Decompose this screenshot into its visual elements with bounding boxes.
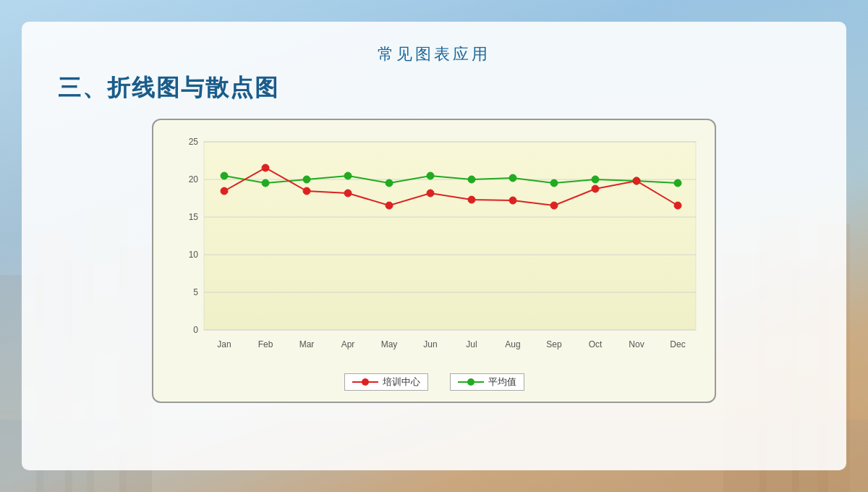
svg-point-36	[221, 172, 228, 179]
svg-point-40	[386, 179, 393, 187]
svg-point-45	[592, 176, 599, 183]
svg-point-59	[674, 202, 681, 209]
svg-point-50	[303, 187, 310, 195]
line-chart: 0 5 10 15 20 25 Jan Feb Mar Apr May Jun …	[168, 135, 703, 366]
svg-text:0: 0	[193, 325, 198, 335]
svg-text:20: 20	[189, 174, 199, 184]
svg-point-41	[427, 172, 434, 179]
svg-text:Jan: Jan	[217, 339, 231, 349]
svg-point-53	[427, 190, 434, 197]
svg-point-63	[467, 378, 475, 386]
legend-label-average: 平均值	[488, 376, 516, 389]
chart-container: 0 5 10 15 20 25 Jan Feb Mar Apr May Jun …	[152, 119, 716, 403]
svg-text:Apr: Apr	[341, 339, 355, 349]
svg-point-57	[592, 185, 599, 192]
svg-point-43	[509, 174, 516, 182]
svg-text:Jul: Jul	[466, 339, 477, 349]
svg-point-54	[468, 196, 475, 203]
svg-point-56	[550, 202, 558, 209]
svg-point-47	[674, 179, 681, 187]
page-title: 常见图表应用	[58, 43, 810, 65]
svg-point-39	[344, 172, 352, 179]
svg-point-49	[262, 164, 269, 171]
svg-text:15: 15	[189, 212, 199, 222]
legend-item-training: 培训中心	[344, 373, 428, 391]
svg-point-38	[303, 176, 310, 183]
svg-text:Jun: Jun	[423, 339, 437, 349]
chart-legend: 培训中心 平均值	[168, 373, 700, 391]
svg-point-44	[550, 179, 558, 187]
svg-point-37	[262, 179, 269, 187]
svg-text:25: 25	[189, 137, 199, 147]
svg-text:Feb: Feb	[258, 339, 273, 349]
section-title: 三、折线图与散点图	[58, 72, 810, 104]
legend-item-average: 平均值	[450, 373, 524, 391]
svg-point-61	[362, 378, 369, 386]
legend-label-training: 培训中心	[383, 376, 420, 389]
svg-rect-11	[204, 142, 696, 330]
svg-text:Aug: Aug	[505, 339, 520, 349]
svg-point-52	[386, 202, 393, 209]
svg-point-51	[344, 190, 352, 197]
svg-point-55	[509, 197, 516, 204]
svg-text:Sep: Sep	[546, 339, 562, 349]
svg-text:Oct: Oct	[589, 339, 603, 349]
svg-text:May: May	[381, 339, 398, 349]
svg-text:5: 5	[193, 287, 198, 297]
svg-text:Nov: Nov	[629, 339, 644, 349]
svg-point-42	[468, 176, 475, 183]
svg-text:Dec: Dec	[670, 339, 685, 349]
svg-point-58	[633, 177, 640, 184]
slide-container: 常见图表应用 三、折线图与散点图	[22, 22, 846, 470]
chart-area: 0 5 10 15 20 25 Jan Feb Mar Apr May Jun …	[168, 135, 700, 366]
svg-text:Mar: Mar	[299, 339, 315, 349]
svg-text:10: 10	[189, 250, 199, 260]
svg-point-48	[221, 187, 228, 195]
